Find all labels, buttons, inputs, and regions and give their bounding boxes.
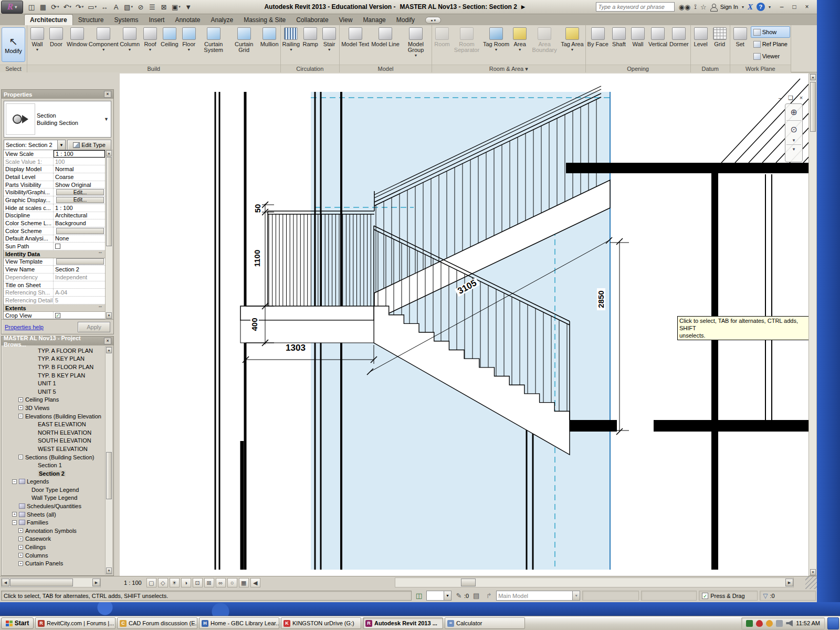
taskbar-button-revitcity-com-forums[interactable]: RRevitCity.com | Forums |...: [35, 617, 116, 629]
scroll-down-icon[interactable]: ▼: [106, 312, 112, 319]
ribbon-button-tag-area[interactable]: Tag Area▼: [560, 26, 584, 64]
element-selector-dropdown-icon[interactable]: ▼: [57, 140, 65, 150]
ribbon-button-roof[interactable]: Roof▼: [141, 26, 160, 64]
property-section-extents[interactable]: Extentsˆˆ: [4, 304, 105, 312]
panel-label-work-plane[interactable]: Work Plane: [730, 65, 791, 72]
panel-label-circulation[interactable]: Circulation: [281, 65, 340, 72]
checkbox[interactable]: [55, 244, 60, 249]
temporary-hide-isolate-icon[interactable]: ∞: [216, 578, 226, 587]
dimension-landing-depth[interactable]: 400: [250, 316, 259, 333]
close-hidden-windows-icon[interactable]: ⊠: [159, 2, 169, 12]
ribbon-button-component[interactable]: Component▼: [88, 26, 119, 64]
browser-item-sections-building-section[interactable]: −Sections (Building Section): [3, 453, 104, 461]
browser-item-south-elevation[interactable]: SOUTH ELEVATION: [3, 437, 104, 445]
property-value[interactable]: Normal: [54, 165, 105, 173]
ribbon-button-grid[interactable]: Grid: [710, 26, 729, 64]
help-dropdown-icon[interactable]: ▾: [769, 5, 771, 9]
crop-view-toggle-icon[interactable]: ⊡: [193, 578, 203, 587]
active-only-icon[interactable]: ↱: [484, 591, 494, 601]
design-option-combo[interactable]: Main Model ▼: [496, 591, 580, 601]
property-value[interactable]: Independent: [54, 274, 105, 281]
tab-collaborate[interactable]: Collaborate: [291, 15, 333, 25]
tree-expander-icon[interactable]: +: [18, 561, 23, 566]
tree-expander-icon[interactable]: +: [18, 545, 23, 550]
property-value[interactable]: Coarse: [54, 173, 105, 181]
search-icon[interactable]: ◉◉: [679, 3, 691, 11]
scroll-up-icon[interactable]: ▲: [106, 150, 112, 156]
drawing-vertical-scrollbar[interactable]: ▲ ▼: [808, 74, 817, 576]
redo-icon[interactable]: ↷▾: [74, 2, 85, 12]
ribbon-button-show[interactable]: Show: [751, 26, 790, 38]
element-selector-combo[interactable]: Section: Section 2 ▼: [4, 140, 66, 150]
browser-item-annotation-symbols[interactable]: +Annotation Symbols: [3, 527, 104, 535]
ribbon-button-viewer[interactable]: Viewer: [751, 50, 790, 62]
modify-button[interactable]: ↖ Modify: [2, 27, 25, 62]
drawing-horizontal-scrollbar[interactable]: ▶: [395, 578, 794, 587]
view-close-icon[interactable]: ×: [797, 94, 805, 101]
tab-annotate[interactable]: Annotate: [170, 15, 205, 25]
show-desktop-button[interactable]: [827, 617, 839, 629]
zoom-dropdown-icon[interactable]: ▾: [793, 138, 795, 143]
properties-close-icon[interactable]: ×: [104, 91, 111, 98]
dimension-floor-to-floor[interactable]: 2850: [597, 288, 605, 310]
filter-icon[interactable]: ▽: [763, 592, 768, 600]
tab-systems[interactable]: Systems: [109, 15, 143, 25]
tree-expander-icon[interactable]: +: [12, 512, 17, 517]
scroll-right-icon[interactable]: ▶: [92, 579, 100, 586]
property-button[interactable]: Edit...: [56, 197, 104, 203]
default-3d-view-icon[interactable]: ▧▾: [122, 2, 134, 12]
property-button[interactable]: Edit...: [56, 189, 104, 195]
scroll-down-icon[interactable]: ▼: [106, 568, 112, 574]
detail-level-icon[interactable]: ▢: [146, 578, 156, 587]
antivirus-shield-icon[interactable]: [756, 620, 763, 627]
type-selector[interactable]: Section Building Section ▼: [4, 101, 111, 138]
browser-item-wall-type-legend[interactable]: Wall Type Legend: [3, 494, 104, 502]
properties-scrollbar[interactable]: ▲ ▼: [105, 150, 113, 319]
panel-label-select[interactable]: Select: [0, 65, 27, 72]
panel-label-build[interactable]: Build: [27, 65, 280, 72]
tree-expander-icon[interactable]: +: [18, 397, 23, 402]
ribbon-button-floor[interactable]: Floor▼: [180, 26, 198, 64]
text-icon[interactable]: A: [111, 2, 121, 12]
measure-icon[interactable]: ▭▾: [86, 2, 98, 12]
panel-label-opening[interactable]: Opening: [586, 65, 690, 72]
property-section-identity-data[interactable]: Identity Dataˆˆ: [4, 250, 105, 258]
network-icon[interactable]: [776, 620, 783, 627]
tree-expander-icon[interactable]: +: [18, 528, 23, 533]
browser-item-section-2[interactable]: Section 2: [3, 469, 104, 478]
customize-qat-icon[interactable]: ▼: [183, 2, 194, 12]
scroll-up-icon[interactable]: ▲: [106, 347, 112, 353]
browser-item-typ-a-key-plan[interactable]: TYP. A KEY PLAN: [3, 355, 104, 363]
favorites-star-icon[interactable]: ☆: [700, 3, 707, 11]
tree-expander-icon[interactable]: +: [18, 405, 23, 410]
start-button[interactable]: Start: [1, 617, 34, 629]
tab-structure[interactable]: Structure: [73, 15, 109, 25]
type-selector-dropdown-icon[interactable]: ▼: [104, 117, 109, 122]
tree-expander-icon[interactable]: +: [18, 553, 23, 558]
properties-help-link[interactable]: Properties help: [5, 324, 44, 330]
browser-item-legends[interactable]: −Legends: [3, 478, 104, 486]
browser-item-columns[interactable]: +Columns: [3, 551, 104, 560]
properties-title-bar[interactable]: Properties ×: [2, 90, 113, 99]
taskbar-button-calculator[interactable]: =Calculator: [445, 617, 525, 629]
tab-manage[interactable]: Manage: [358, 15, 391, 25]
dimension-rail-height[interactable]: 1100: [253, 247, 261, 269]
scroll-left-icon[interactable]: ◀: [2, 579, 9, 586]
taskbar-button-home-gbc-library-lear[interactable]: HHome - GBC Library Lear...: [199, 617, 279, 629]
steering-wheel-icon[interactable]: ⊕: [787, 105, 801, 119]
checkbox[interactable]: ✓: [55, 313, 60, 318]
crop-region-visibility-icon[interactable]: ⊞: [204, 578, 214, 587]
drawing-area[interactable]: 50 1100 400 1303 3105 2850 Click to sele…: [120, 74, 808, 576]
dimension-landing-run[interactable]: 1303: [284, 344, 307, 352]
help-icon[interactable]: ?: [757, 3, 765, 11]
sign-in-button[interactable]: Sign In: [720, 4, 738, 10]
ribbon-button-vertical[interactable]: Vertical: [647, 26, 668, 64]
ribbon-button-curtain-system[interactable]: Curtain System: [198, 26, 229, 64]
project-browser-title-bar[interactable]: MASTER AL Nov13 - Project Brows... ×: [2, 337, 113, 345]
tree-expander-icon[interactable]: −: [18, 414, 23, 418]
taskbar-button-autodesk-revit-2013[interactable]: RAutodesk Revit 2013 ...: [363, 617, 443, 629]
view-minimize-icon[interactable]: –: [776, 94, 784, 101]
zoom-icon[interactable]: ⊙: [787, 122, 801, 136]
tab-architecture[interactable]: Architecture: [24, 14, 73, 25]
panel-display-toggle[interactable]: ●▾: [425, 17, 441, 24]
